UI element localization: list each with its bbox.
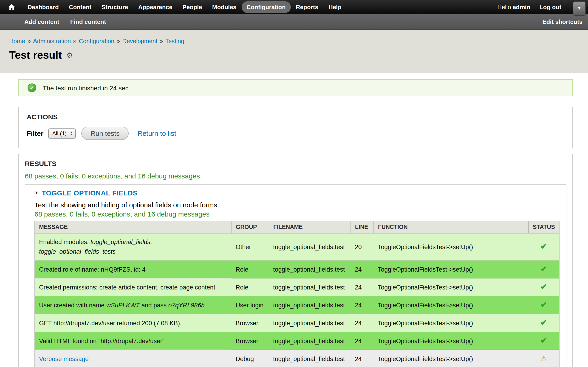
breadcrumb-link-configuration[interactable]: Configuration	[79, 38, 114, 44]
cell-group: User login	[232, 296, 269, 314]
column-header-function: FUNCTION	[374, 221, 528, 233]
cell-group: Role	[232, 278, 269, 296]
results-heading: RESULTS	[25, 160, 566, 167]
logout-link[interactable]: Log out	[540, 3, 561, 10]
message-text: GET http://drupal7.dev/user returned 200…	[39, 319, 182, 326]
verbose-message-link[interactable]: Verbose message	[39, 355, 89, 362]
breadcrumb-link-home[interactable]: Home	[9, 38, 25, 44]
message-text: and pass	[140, 302, 168, 309]
test-group-fieldset: ▼ TOGGLE OPTIONAL FIELDS Test the showin…	[25, 184, 566, 367]
results-table: MESSAGEGROUPFILENAMELINEFUNCTIONSTATUS E…	[35, 221, 560, 367]
run-tests-button[interactable]: Run tests	[81, 127, 129, 140]
cell-function: ToggleOptionalFieldsTest->setUp()	[374, 233, 528, 260]
breadcrumb: Home»Administration»Configuration»Develo…	[9, 38, 588, 44]
breadcrumb-link-testing[interactable]: Testing	[165, 38, 184, 44]
check-icon: ✔	[30, 85, 34, 90]
machine-name-text: wSuPLKWT	[106, 302, 140, 309]
gear-icon[interactable]: ⚙	[66, 52, 73, 59]
cell-filename: toggle_optional_fields.test	[269, 314, 351, 332]
status-text: The test run finished in 24 sec.	[43, 84, 130, 92]
cell-line: 24	[351, 260, 374, 278]
status-check-icon: ✔	[27, 83, 36, 92]
cell-function: ToggleOptionalFieldsTest->setUp()	[374, 278, 528, 296]
shortcut-link-find-content[interactable]: Find content	[70, 18, 106, 25]
status-message: ✔ The test run finished in 24 sec.	[18, 79, 573, 96]
breadcrumb-link-administration[interactable]: Administration	[33, 38, 71, 44]
toolbar-item-appearance[interactable]: Appearance	[133, 1, 178, 13]
column-header-group: GROUP	[232, 221, 269, 233]
cell-message: GET http://drupal7.dev/user returned 200…	[35, 314, 232, 332]
shortcut-link-add-content[interactable]: Add content	[24, 18, 59, 25]
actions-heading: ACTIONS	[27, 113, 565, 121]
filter-row: Filter All (1) ▲ ▼ Run tests Return to l…	[27, 127, 565, 140]
greeting: Hello admin	[498, 3, 530, 10]
cell-message: User created with name wSuPLKWT and pass…	[35, 296, 232, 314]
toolbar-item-people[interactable]: People	[177, 1, 207, 13]
breadcrumb-separator: »	[27, 38, 31, 44]
cell-line: 20	[351, 233, 374, 260]
cell-filename: toggle_optional_fields.test	[269, 278, 351, 296]
cell-function: ToggleOptionalFieldsTest->setUp()	[374, 260, 528, 278]
breadcrumb-separator: »	[160, 38, 163, 44]
toolbar-item-configuration[interactable]: Configuration	[242, 1, 291, 13]
toolbar-item-help[interactable]: Help	[323, 1, 346, 13]
test-group-summary: 68 passes, 0 fails, 0 exceptions, and 16…	[35, 210, 560, 218]
toolbar-item-content[interactable]: Content	[64, 1, 96, 13]
cell-group: Browser	[232, 332, 269, 350]
test-group-title[interactable]: TOGGLE OPTIONAL FIELDS	[42, 189, 138, 197]
toolbar-item-structure[interactable]: Structure	[96, 1, 133, 13]
cell-line: 24	[351, 314, 374, 332]
pass-check-icon: ✔	[540, 265, 547, 273]
page-header: Home»Administration»Configuration»Develo…	[0, 30, 588, 73]
greeting-prefix: Hello	[498, 3, 511, 10]
home-icon-glyph	[8, 4, 15, 10]
column-header-status: STATUS	[528, 221, 559, 233]
column-header-line: LINE	[351, 221, 374, 233]
toolbar-toggle-button[interactable]: ▼	[573, 1, 586, 16]
pass-check-icon: ✔	[540, 336, 547, 345]
cell-function: ToggleOptionalFieldsTest->setUp()	[374, 332, 528, 350]
username: admin	[513, 3, 530, 10]
cell-status: ✔	[528, 260, 559, 278]
cell-line: 24	[351, 350, 374, 367]
admin-toolbar: DashboardContentStructureAppearancePeopl…	[0, 0, 588, 14]
results-summary: 68 passes, 0 fails, 0 exceptions, and 16…	[25, 172, 566, 180]
message-text: User created with name	[39, 302, 106, 309]
warning-icon: ⚠	[540, 355, 547, 362]
message-text: Enabled modules:	[39, 239, 90, 245]
cell-message: Verbose message	[35, 350, 232, 367]
cell-group: Role	[232, 260, 269, 278]
cell-message: Enabled modules: toggle_optional_fields,…	[35, 233, 232, 260]
filter-select[interactable]: All (1) ▲ ▼	[48, 128, 76, 138]
message-text: Created permissions: create article cont…	[39, 284, 215, 291]
table-row: Created role of name: nHQ9fFZS, id: 4Rol…	[35, 260, 559, 278]
cell-group: Other	[232, 233, 269, 260]
cell-status: ✔	[528, 314, 559, 332]
results-panel: RESULTS 68 passes, 0 fails, 0 exceptions…	[18, 154, 573, 367]
column-header-message: MESSAGE	[35, 221, 232, 233]
results-table-body: Enabled modules: toggle_optional_fields,…	[35, 233, 559, 367]
cell-function: ToggleOptionalFieldsTest->setUp()	[374, 296, 528, 314]
chevron-down-icon: ▼	[577, 6, 581, 10]
toolbar-item-dashboard[interactable]: Dashboard	[23, 1, 64, 13]
pass-check-icon: ✔	[540, 318, 547, 327]
cell-message: Valid HTML found on "http://drupal7.dev/…	[35, 332, 232, 350]
cell-message: Created permissions: create article cont…	[35, 278, 232, 296]
table-header-row: MESSAGEGROUPFILENAMELINEFUNCTIONSTATUS	[35, 221, 559, 233]
breadcrumb-link-development[interactable]: Development	[122, 38, 157, 44]
triangle-down-icon: ▼	[70, 133, 73, 135]
pass-check-icon: ✔	[540, 242, 547, 251]
test-group-description: Test the showing and hiding of optional …	[35, 201, 560, 209]
table-row: Created permissions: create article cont…	[35, 278, 559, 296]
home-icon[interactable]	[8, 4, 15, 10]
toolbar-item-reports[interactable]: Reports	[291, 1, 323, 13]
cell-status: ✔	[528, 296, 559, 314]
column-header-filename: FILENAME	[269, 221, 351, 233]
edit-shortcuts-link[interactable]: Edit shortcuts	[542, 18, 582, 25]
cell-filename: toggle_optional_fields.test	[269, 350, 351, 367]
page-title: Test result	[9, 49, 62, 61]
main-content: ✔ The test run finished in 24 sec. ACTIO…	[0, 73, 588, 367]
toolbar-item-modules[interactable]: Modules	[207, 1, 242, 13]
toolbar-menu: DashboardContentStructureAppearancePeopl…	[23, 1, 346, 13]
return-to-list-link[interactable]: Return to list	[138, 129, 176, 137]
